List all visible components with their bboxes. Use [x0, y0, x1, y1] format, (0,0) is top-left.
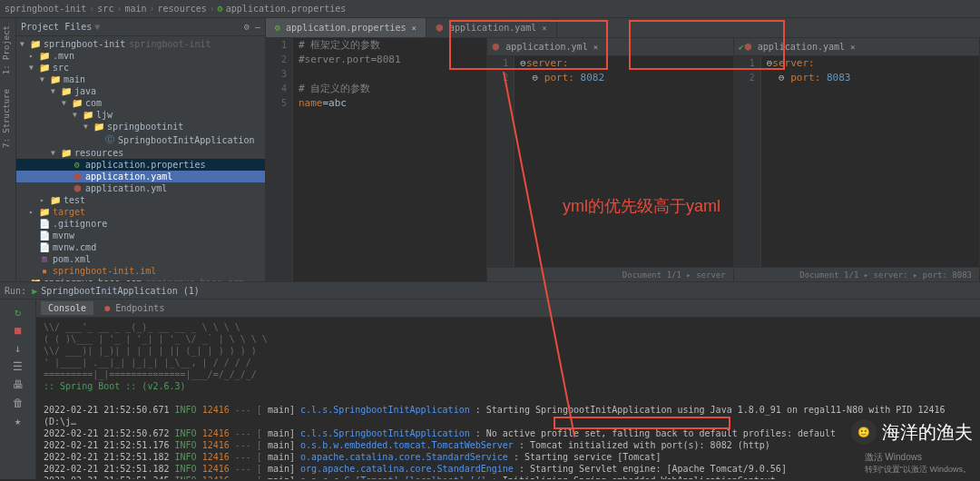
rerun-icon[interactable]: ↻ — [4, 303, 32, 321]
close-icon[interactable]: × — [542, 24, 546, 33]
breadcrumb-item[interactable]: application.properties — [226, 4, 346, 14]
run-config-name[interactable]: SpringbootInitApplication (1) — [41, 286, 200, 296]
delete-icon[interactable]: 🗑 — [4, 394, 32, 412]
favorite-icon[interactable]: ★ — [4, 412, 32, 430]
tree-item[interactable]: mpom.xml — [16, 253, 265, 265]
close-icon[interactable]: × — [850, 43, 855, 52]
tree-item[interactable]: ▼📁ljw — [16, 109, 265, 121]
windows-activation: 激活 Windows 转到"设置"以激活 Windows。 — [865, 451, 971, 476]
editor-area: ⚙ application.properties× ⬢ application.… — [266, 18, 980, 281]
panel-title[interactable]: Project Files — [21, 22, 92, 32]
breadcrumb-item[interactable]: resources — [158, 4, 207, 14]
console-area: Console ● Endpoints \\/ ___'_ __ _ _(_)_… — [36, 299, 980, 479]
tree-item[interactable]: 📄.gitignore — [16, 218, 265, 230]
tree-item-properties[interactable]: ⚙application.properties — [16, 159, 265, 171]
close-icon[interactable]: × — [593, 43, 598, 52]
down-icon[interactable]: ↓ — [4, 339, 32, 358]
gutter: 12 — [487, 56, 514, 267]
watermark: 🙂 海洋的渔夫 — [851, 419, 973, 445]
code-editor[interactable]: ⊖server: ⊖ port: 8082 — [514, 56, 732, 267]
console-output[interactable]: \\/ ___'_ __ _ _(_)_ __ __ _ \ \ \ \ ( (… — [36, 318, 980, 479]
tree-item[interactable]: ▸📁.mvn — [16, 50, 265, 62]
project-tree[interactable]: ▼📁springboot-initspringboot-init ▸📁.mvn … — [16, 36, 265, 281]
gutter: 12 — [734, 56, 761, 267]
gutter: 12345 — [266, 38, 293, 281]
project-panel: Project Files ▼ ⚙ — ▼📁springboot-initspr… — [16, 18, 266, 281]
editor-pane-properties: 12345 # 框架定义的参数 #server.port=8081 # 自定义的… — [266, 38, 487, 281]
tree-item[interactable]: ▼📁springbootinit — [16, 121, 265, 133]
sidebar-tab-project[interactable]: 1: Project — [0, 18, 13, 82]
tab-yaml[interactable]: ✔⬢ application.yaml × — [739, 42, 856, 52]
sidebar-tab-structure[interactable]: 7: Structure — [0, 82, 13, 155]
tree-item[interactable]: ⒸSpringbootInitApplication — [16, 133, 265, 147]
tree-item[interactable]: ▼📁java — [16, 85, 265, 97]
tab-yaml[interactable]: ⬢ application.yaml× — [426, 18, 557, 37]
close-icon[interactable]: × — [412, 24, 416, 33]
breadcrumb-item[interactable]: springboot-init — [5, 4, 86, 14]
tree-item[interactable]: ▸📁springmvc-base-ssmspringmvc-base-ssm — [16, 277, 265, 281]
code-editor[interactable]: # 框架定义的参数 #server.port=8081 # 自定义的参数 nam… — [293, 38, 486, 281]
tab-properties[interactable]: ⚙ application.properties× — [266, 18, 426, 37]
breadcrumb-item[interactable]: main — [124, 4, 146, 14]
settings-icon[interactable]: ☰ — [4, 358, 32, 376]
editor-status: Document 1/1 ▸ server: ▸ port: 8083 — [734, 267, 979, 281]
tree-item-yaml[interactable]: ⬢application.yaml — [16, 171, 265, 182]
run-toolbar: Run: ▶ SpringbootInitApplication (1) — [0, 281, 980, 299]
panel-header: Project Files ▼ ⚙ — — [16, 18, 265, 36]
run-side-toolbar: ↻ ■ ↓ ☰ 🖶 🗑 ★ — [0, 299, 36, 479]
tree-item[interactable]: ▸📁target — [16, 206, 265, 218]
run-icon: ▶ — [32, 286, 37, 296]
tab-endpoints[interactable]: ● Endpoints — [97, 301, 172, 315]
tree-item[interactable]: ▸📁test — [16, 194, 265, 206]
tree-root[interactable]: ▼📁springboot-initspringboot-init — [16, 38, 265, 50]
breadcrumb-item[interactable]: src — [97, 4, 113, 14]
left-gutter: 1: Project 7: Structure — [0, 18, 16, 281]
print-icon[interactable]: 🖶 — [4, 376, 32, 394]
tree-item[interactable]: ▪springboot-init.iml — [16, 265, 265, 277]
tree-item[interactable]: ▼📁main — [16, 74, 265, 85]
editor-tabs: ⚙ application.properties× ⬢ application.… — [266, 18, 980, 38]
tree-item[interactable]: 📄mvnw — [16, 230, 265, 241]
tree-item[interactable]: 📄mvnw.cmd — [16, 241, 265, 253]
gear-icon[interactable]: ⚙ — — [244, 22, 260, 32]
breadcrumb: springboot-init› src› main› resources› ⚙… — [0, 0, 980, 18]
tab-console[interactable]: Console — [41, 301, 93, 315]
wechat-avatar-icon: 🙂 — [851, 419, 877, 445]
editor-pane-yml: ⬢ application.yml × 12 ⊖server: ⊖ port: … — [487, 38, 733, 281]
tree-item[interactable]: ▼📁src — [16, 62, 265, 74]
editor-status: Document 1/1 ▸ server — [487, 267, 732, 281]
tree-item[interactable]: ▼📁resources — [16, 147, 265, 159]
stop-icon[interactable]: ■ — [4, 321, 32, 339]
tab-yml[interactable]: ⬢ application.yml × — [492, 42, 598, 52]
code-editor[interactable]: ⊖server: ⊖ port: 8083 — [761, 56, 979, 267]
tree-item-yml[interactable]: ⬢application.yml — [16, 182, 265, 194]
editor-pane-yaml: ✔⬢ application.yaml × 12 ⊖server: ⊖ port… — [734, 38, 980, 281]
tree-item[interactable]: ▼📁com — [16, 97, 265, 109]
